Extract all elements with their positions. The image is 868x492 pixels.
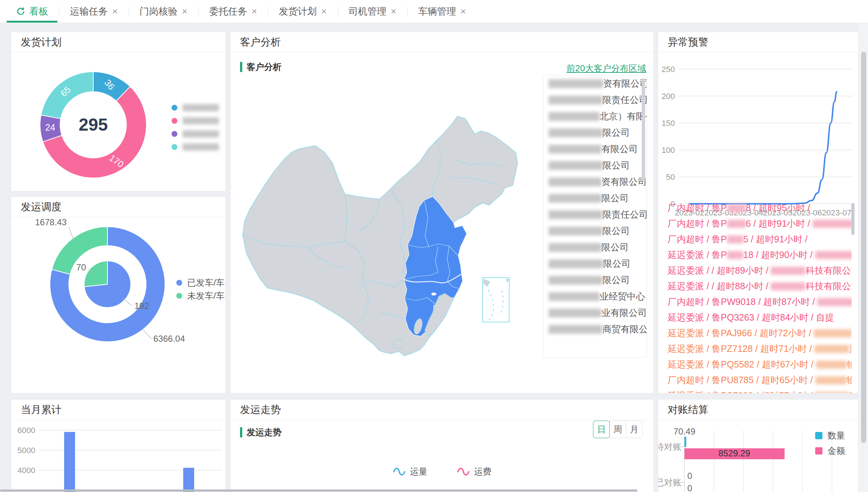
alert-item[interactable]: 厂内超时 / 鲁PW9018 / 超时87小时 / 物流有限... xyxy=(668,294,852,310)
ring-value-label: 6366.04 xyxy=(153,334,185,344)
customer-item[interactable]: 北京）有限公司 xyxy=(543,108,647,124)
tab-label: 司机管理 xyxy=(349,5,386,18)
alert-text-redacted xyxy=(771,282,805,290)
customer-item[interactable]: 限责任公司-... xyxy=(543,206,647,223)
alert-list[interactable]: 厂内超时 / 鲁P8 / 超时95小时 /厂内超时 / 鲁P6 / 超时91小时… xyxy=(668,200,852,393)
customer-list-scrollbar[interactable] xyxy=(642,78,645,182)
tab-close-icon[interactable]: × xyxy=(460,6,466,17)
legend-item[interactable] xyxy=(172,127,219,140)
tab-发货计划[interactable]: 发货计划× xyxy=(268,0,338,23)
company-name-suffix: 限公司 xyxy=(602,275,630,285)
customer-item[interactable]: 有限公司 xyxy=(543,141,647,157)
customer-item[interactable]: 限公司 xyxy=(543,124,647,141)
tab-司机管理[interactable]: 司机管理× xyxy=(338,0,407,23)
wave-icon xyxy=(457,468,470,476)
tab-看板[interactable]: 看板 xyxy=(5,0,59,23)
zero-label: 0 xyxy=(687,471,692,481)
alert-text-redacted xyxy=(727,251,743,259)
customer-item[interactable]: 限公司 xyxy=(543,255,647,272)
alert-text: 延迟委派 / / 超时89小时 / xyxy=(668,265,771,275)
vertical-scrollbar-track[interactable] xyxy=(859,23,868,492)
alert-text-redacted xyxy=(814,329,852,337)
customer-item[interactable]: 限公司 xyxy=(543,157,647,174)
customer-item[interactable]: 资有限公司-... xyxy=(543,75,647,92)
ring-value-label: 70 xyxy=(76,262,86,272)
alert-text: 厂内超时 / 鲁PW9018 / 超时87小时 / xyxy=(668,297,817,307)
legend-item[interactable]: 未发车/车 xyxy=(176,289,225,302)
tab-close-icon[interactable]: × xyxy=(251,6,257,17)
tab-委托任务[interactable]: 委托任务× xyxy=(198,0,268,23)
customer-item[interactable]: 资有限公司 xyxy=(543,174,647,190)
alert-item[interactable]: 延迟委派 / 鲁PS7200 / 超时57小时 / 科技有限公司 xyxy=(668,388,852,393)
alert-text: 延迟委派 / / 超时88小时 / xyxy=(668,281,771,291)
customer-item[interactable]: 业有限公司 xyxy=(543,305,647,321)
settlement-legend: 数量金额 xyxy=(815,428,845,459)
legend-dot xyxy=(172,105,177,111)
settlement-legend-item[interactable]: 数量 xyxy=(815,428,845,443)
category-label: 待对账 xyxy=(658,442,682,452)
top20-customers-link[interactable]: 前20大客户分布区域 xyxy=(566,63,646,74)
customer-item[interactable]: 限公司 xyxy=(543,272,647,288)
customer-item[interactable]: 限责任公司 xyxy=(543,92,647,108)
company-name-suffix: 限公司 xyxy=(601,193,629,203)
customer-item[interactable]: 限公司 xyxy=(543,190,647,206)
legend-label-redacted xyxy=(182,117,219,124)
alert-item[interactable]: 厂内超时 / 鲁P8 / 超时95小时 / xyxy=(668,200,852,216)
panel-customer: 客户分析 客户分析 前20大客户分布区域 xyxy=(230,32,654,393)
vertical-scrollbar-thumb[interactable] xyxy=(861,52,866,443)
alert-item[interactable]: 延迟委派 / 鲁PQ3263 / 超时84小时 / 自提 xyxy=(668,310,852,325)
alert-text: 科技有限公司 xyxy=(805,281,852,291)
y-tick-label: 5000 xyxy=(17,446,35,455)
tab-close-icon[interactable]: × xyxy=(391,6,396,17)
trend-legend-item[interactable]: 运量 xyxy=(393,466,428,477)
y-tick-label: 150 xyxy=(661,119,675,128)
tab-close-icon[interactable]: × xyxy=(321,6,327,17)
alert-item[interactable]: 延迟委派 / 鲁P18 / 超时90小时 / 物流有限... xyxy=(668,247,852,263)
tab-运输任务[interactable]: 运输任务× xyxy=(59,0,129,23)
company-name-suffix: 限责任公司 xyxy=(602,95,647,105)
customer-item[interactable]: 业经贸中心 xyxy=(543,288,647,305)
panel-title: 对账结算 xyxy=(658,400,858,420)
horizontal-scrollbar-thumb[interactable] xyxy=(0,489,637,492)
range-button-日[interactable]: 日 xyxy=(593,421,610,438)
customer-item[interactable]: 限公司 xyxy=(543,223,647,239)
customer-item[interactable]: 商贸有限公司 xyxy=(543,321,647,337)
top-customers-list[interactable]: 资有限公司-...限责任公司北京）有限公司限公司有限公司限公司资有限公司限公司限… xyxy=(543,75,647,358)
alert-item[interactable]: 延迟委派 / / 超时89小时 / 科技有限公司 xyxy=(668,263,852,278)
alert-item[interactable]: 延迟委派 / / 超时88小时 / 科技有限公司 xyxy=(668,278,852,294)
refresh-icon[interactable] xyxy=(16,7,25,16)
alert-item[interactable]: 厂内超时 / 鲁PU8785 / 超时65小时 / 物流运输有限... xyxy=(668,372,852,388)
tab-门岗核验[interactable]: 门岗核验× xyxy=(129,0,198,23)
range-button-周[interactable]: 周 xyxy=(609,421,626,438)
panel-title: 发运走势 xyxy=(231,400,653,420)
tab-close-icon[interactable]: × xyxy=(182,6,187,17)
settlement-legend-item[interactable]: 金额 xyxy=(815,443,845,459)
y-tick-label: 50 xyxy=(666,172,675,182)
legend-item[interactable] xyxy=(172,114,219,127)
tab-label: 门岗核验 xyxy=(140,5,177,18)
alert-text-redacted xyxy=(727,204,746,212)
panel-title: 异常预警 xyxy=(658,32,858,52)
alert-list-scrollbar[interactable] xyxy=(851,203,855,235)
alert-item[interactable]: 延迟委派 / 鲁PQ5582 / 超时67小时 / 物流运输有限... xyxy=(668,357,852,372)
alert-text: 延迟委派 / 鲁PQ5582 / 超时67小时 / xyxy=(668,359,816,369)
customer-item[interactable]: 限公司 xyxy=(543,239,647,255)
alert-item[interactable]: 厂内超时 / 鲁P5 / 超时91小时 / xyxy=(668,231,852,247)
trend-legend-item[interactable]: 运费 xyxy=(457,466,492,477)
legend-item[interactable] xyxy=(172,140,219,154)
tab-车辆管理[interactable]: 车辆管理× xyxy=(407,0,477,23)
range-button-月[interactable]: 月 xyxy=(626,421,643,438)
legend-square xyxy=(815,447,822,455)
alert-item[interactable]: 厂内超时 / 鲁P6 / 超时91小时 / 科技有限公司 xyxy=(668,216,852,231)
china-map[interactable] xyxy=(234,76,540,389)
alert-item[interactable]: 延迟委派 / 鲁PZ7128 / 超时71小时 / 流有限公司 xyxy=(668,341,852,357)
company-name-redacted xyxy=(549,112,600,121)
y-tick-label: 4000 xyxy=(17,466,35,475)
alert-item[interactable]: 延迟委派 / 鲁PAJ966 / 超时72小时 / 科技有限公司 xyxy=(668,325,852,341)
alert-text-redacted xyxy=(815,392,849,393)
tab-close-icon[interactable]: × xyxy=(112,6,118,17)
company-name-redacted xyxy=(549,243,601,252)
tab-strip: 看板运输任务×门岗核验×委托任务×发货计划×司机管理×车辆管理× xyxy=(0,0,868,23)
legend-item[interactable] xyxy=(172,101,219,114)
legend-item[interactable]: 已发车/车 xyxy=(176,276,225,289)
